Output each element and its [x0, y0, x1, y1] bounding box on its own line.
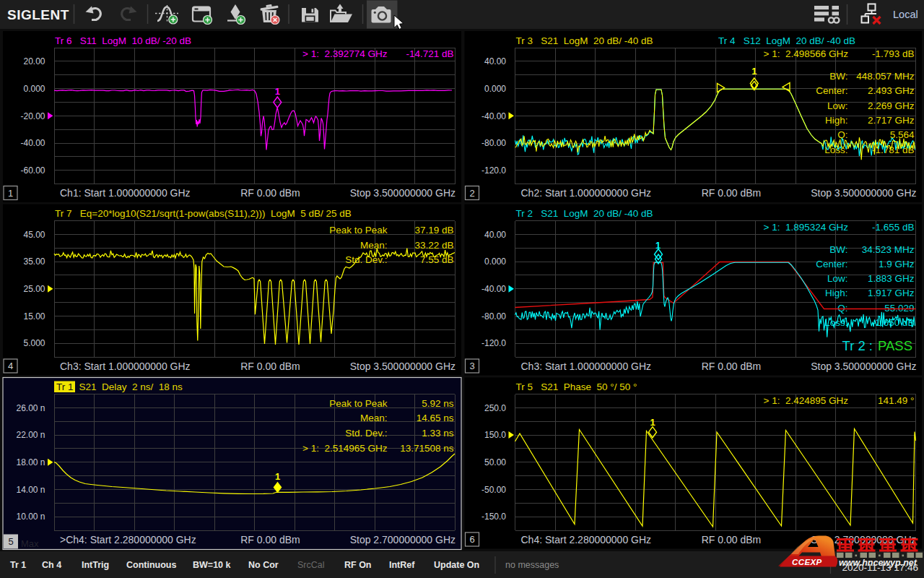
svg-text:22.00 n: 22.00 n [16, 430, 45, 440]
svg-text:RF 0.00 dBm: RF 0.00 dBm [240, 534, 300, 545]
svg-text:5.564: 5.564 [890, 129, 915, 140]
svg-text:33.22 dB: 33.22 dB [414, 240, 453, 251]
svg-text:-80.00: -80.00 [481, 138, 506, 148]
svg-text:Ch3: Start 1.000000000 GHz: Ch3: Start 1.000000000 GHz [60, 361, 191, 372]
svg-text:IntTrig: IntTrig [82, 560, 109, 570]
svg-text:1: 1 [751, 66, 757, 77]
svg-text:25.00: 25.00 [23, 284, 45, 294]
svg-text:34.523 MHz: 34.523 MHz [862, 244, 915, 255]
svg-text:> 1: 2.392774 GHz: > 1: 2.392774 GHz [302, 48, 388, 59]
svg-text:No Cor: No Cor [248, 560, 279, 570]
svg-text:S21 Delay 2 ns/ 18 ns: S21 Delay 2 ns/ 18 ns [79, 381, 183, 392]
svg-text:1: 1 [650, 417, 655, 428]
svg-text:Q:: Q: [837, 303, 847, 314]
svg-text:Tr 7 Eq=20*log10(S21/sqrt(1-: Tr 7 Eq=20*log10(S21/sqrt(1-pow(abs(S11)… [55, 208, 352, 219]
svg-text:1.917 GHz: 1.917 GHz [868, 288, 915, 298]
svg-text:Stop 3.500000000 GHz: Stop 3.500000000 GHz [350, 187, 456, 199]
svg-text:Tr 2 S21 LogM 20 dB/ -40 d: Tr 2 S21 LogM 20 dB/ -40 dB [516, 208, 653, 219]
svg-text:1: 1 [275, 86, 280, 97]
svg-text:13.71508 ns: 13.71508 ns [400, 443, 454, 454]
svg-text:2.717 GHz: 2.717 GHz [868, 115, 915, 126]
svg-text:-50.00: -50.00 [481, 485, 506, 495]
svg-text:1.883 GHz: 1.883 GHz [868, 273, 915, 284]
svg-text:150.0: 150.0 [484, 430, 506, 440]
svg-text:Tr 1: Tr 1 [56, 381, 74, 392]
svg-text:26.00 n: 26.00 n [16, 403, 45, 413]
svg-text:35.00: 35.00 [23, 256, 45, 267]
svg-text:RF 0.00 dBm: RF 0.00 dBm [240, 361, 300, 372]
svg-text:Update On: Update On [434, 560, 479, 570]
svg-text:Mean:: Mean: [360, 240, 388, 251]
svg-text:-120.0: -120.0 [481, 165, 506, 176]
svg-text:45.00: 45.00 [23, 230, 45, 240]
svg-text:Low:: Low: [827, 100, 848, 111]
svg-text:Ch3: Start 1.000000000 GHz: Ch3: Start 1.000000000 GHz [521, 361, 652, 372]
svg-text:250.0: 250.0 [484, 403, 506, 413]
svg-text:-40.00: -40.00 [481, 284, 506, 294]
svg-text:no messages: no messages [505, 560, 559, 570]
svg-text:High:: High: [825, 115, 848, 126]
svg-text:Center:: Center: [816, 259, 847, 269]
svg-text:20.00: 20.00 [23, 56, 45, 66]
svg-text:50.00: 50.00 [484, 457, 506, 467]
svg-text:1: 1 [655, 240, 661, 251]
svg-text:IntRef: IntRef [389, 560, 415, 570]
svg-text:10.00 n: 10.00 n [16, 512, 45, 522]
svg-text:BW:: BW: [829, 244, 847, 255]
svg-text:SrcCal: SrcCal [297, 560, 325, 570]
svg-text:Tr 5 S21 Phase 50 °/ 50 °: Tr 5 S21 Phase 50 °/ 50 ° [516, 381, 637, 392]
svg-text:40.00: 40.00 [484, 230, 506, 240]
svg-text:1: 1 [275, 471, 280, 482]
svg-text:Stop 3.500000000 GHz: Stop 3.500000000 GHz [350, 361, 456, 372]
svg-text:-150.0: -150.0 [481, 512, 506, 522]
svg-text:-120.0: -120.0 [481, 338, 506, 348]
svg-text:3: 3 [469, 361, 474, 371]
svg-text:Low:: Low: [827, 273, 848, 284]
svg-text:RF 0.00 dBm: RF 0.00 dBm [702, 534, 761, 545]
svg-text:448.057 MHz: 448.057 MHz [856, 71, 915, 82]
svg-text:141.49 °: 141.49 ° [878, 395, 914, 406]
svg-text:Stop 3.500000000 GHz: Stop 3.500000000 GHz [811, 187, 916, 199]
svg-text:14.00 n: 14.00 n [16, 485, 45, 495]
svg-text:Center:: Center: [816, 85, 847, 96]
svg-text:RF On: RF On [344, 560, 372, 570]
svg-text:0.000: 0.000 [484, 84, 506, 94]
svg-text:2.493 GHz: 2.493 GHz [868, 85, 915, 96]
svg-text:-14.721 dB: -14.721 dB [406, 48, 453, 59]
svg-text:Mean:: Mean: [360, 413, 388, 423]
svg-text:Ch1: Start 1.000000000 GHz: Ch1: Start 1.000000000 GHz [60, 187, 191, 199]
svg-text:Ch2: Start 1.000000000 GHz: Ch2: Start 1.000000000 GHz [521, 187, 652, 199]
svg-text:SIGLENT: SIGLENT [7, 7, 69, 22]
svg-text:-60.00: -60.00 [20, 165, 45, 176]
svg-text:5.000: 5.000 [23, 338, 45, 348]
svg-text:-1.793 dB: -1.793 dB [872, 48, 915, 59]
svg-text:> 1: 2.514965 GHz: > 1: 2.514965 GHz [302, 443, 388, 454]
svg-text:-80.00: -80.00 [481, 311, 506, 322]
svg-text:5.92 ns: 5.92 ns [422, 398, 454, 409]
svg-text:Tr 4 S12 LogM 20 dB/ -40 d: Tr 4 S12 LogM 20 dB/ -40 dB [718, 35, 855, 46]
svg-text:-40.00: -40.00 [481, 111, 506, 121]
svg-text:Std. Dev.:: Std. Dev.: [345, 428, 387, 439]
svg-text:0.000: 0.000 [23, 84, 45, 94]
svg-text:Tr 6 S11 LogM 10 dB/ -20 d: Tr 6 S11 LogM 10 dB/ -20 dB [55, 35, 191, 46]
svg-text:BW=10 k: BW=10 k [193, 560, 231, 570]
svg-text:RF 0.00 dBm: RF 0.00 dBm [240, 187, 300, 199]
svg-text:2.269 GHz: 2.269 GHz [868, 100, 915, 111]
svg-text:2: 2 [469, 188, 474, 199]
svg-text:RF 0.00 dBm: RF 0.00 dBm [702, 187, 761, 199]
svg-text:Ch4: Start 2.280000000 GHz: Ch4: Start 2.280000000 GHz [521, 534, 652, 545]
svg-text:Continuous: Continuous [126, 560, 176, 570]
svg-text:Tr 3 S21 LogM 20 dB/ -40 d: Tr 3 S21 LogM 20 dB/ -40 dB [516, 35, 653, 46]
svg-text:37.19 dB: 37.19 dB [414, 225, 453, 236]
svg-text:40.00: 40.00 [484, 56, 506, 66]
svg-text:Max: Max [21, 538, 39, 549]
svg-text:BW:: BW: [829, 71, 847, 82]
svg-text:2020-11-13 17:46: 2020-11-13 17:46 [842, 562, 918, 573]
svg-text:> 1: 2.498566 GHz: > 1: 2.498566 GHz [764, 48, 849, 59]
svg-text:1.33 ns: 1.33 ns [422, 428, 454, 439]
svg-text:0.000: 0.000 [484, 256, 506, 267]
svg-text:15.00: 15.00 [23, 311, 45, 322]
svg-text:-40.00: -40.00 [20, 138, 45, 148]
svg-text:CCEXP: CCEXP [792, 558, 822, 566]
svg-text:Stop 2.700000000 GHz: Stop 2.700000000 GHz [350, 534, 456, 545]
